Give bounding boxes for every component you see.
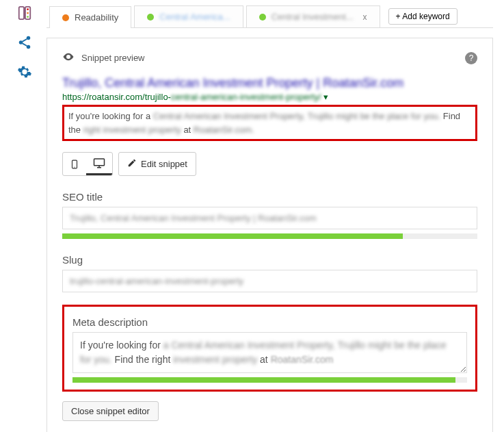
svg-rect-0 — [19, 7, 24, 19]
svg-point-5 — [27, 36, 31, 40]
meta-description-label: Meta description — [72, 316, 467, 328]
svg-point-3 — [27, 12, 29, 14]
status-dot-icon — [62, 14, 69, 21]
status-dot-icon — [147, 14, 154, 21]
snippet-title: Trujillo, Central American Investment Pr… — [62, 76, 477, 90]
slug-input[interactable]: trujillo-central-american-investment-pro… — [62, 270, 477, 292]
share-icon[interactable] — [17, 35, 32, 52]
svg-rect-11 — [94, 159, 105, 166]
svg-point-7 — [27, 45, 31, 49]
tab-label: Central Investment... — [271, 12, 354, 22]
meta-description-bar — [72, 377, 467, 383]
snippet-url: https://roatansir.com/trujillo-central-a… — [62, 92, 477, 102]
desktop-view-button[interactable] — [86, 153, 112, 175]
snippet-panel: Snippet preview ? Trujillo, Central Amer… — [47, 38, 493, 432]
edit-snippet-label: Edit snippet — [141, 159, 187, 169]
svg-point-6 — [19, 40, 23, 45]
eye-icon — [62, 51, 75, 65]
tab-readability[interactable]: Readability — [49, 6, 131, 28]
mobile-view-button[interactable] — [63, 153, 86, 175]
traffic-light-icon[interactable] — [17, 5, 32, 23]
seo-title-label: SEO title — [62, 191, 477, 203]
tab-label: Readability — [75, 12, 118, 23]
snippet-heading: Snippet preview — [81, 53, 145, 63]
tab-keyword-2[interactable]: Central Investment... x — [246, 5, 380, 27]
seo-title-bar — [62, 233, 477, 239]
close-icon[interactable]: x — [359, 12, 367, 22]
svg-point-4 — [27, 16, 29, 18]
svg-point-10 — [74, 166, 75, 167]
help-icon[interactable]: ? — [465, 52, 477, 64]
gear-icon[interactable] — [17, 64, 32, 81]
device-toggle — [62, 152, 113, 176]
pencil-icon — [127, 158, 137, 170]
edit-snippet-button[interactable]: Edit snippet — [118, 152, 196, 176]
highlight-box-meta: Meta description If you're looking for a… — [62, 305, 477, 392]
seo-title-input[interactable]: Trujillo, Central American Investment Pr… — [62, 207, 477, 229]
meta-description-input[interactable]: If you're looking for a Central American… — [72, 332, 467, 373]
highlight-box-description: If you're looking for a Central American… — [62, 105, 477, 141]
add-keyword-button[interactable]: + Add keyword — [388, 8, 457, 25]
tab-label: Central America... — [159, 12, 230, 22]
status-dot-icon — [259, 14, 266, 21]
snippet-description: If you're looking for a Central American… — [68, 110, 471, 136]
svg-point-8 — [68, 56, 70, 58]
tab-keyword-1[interactable]: Central America... — [134, 5, 243, 27]
close-snippet-button[interactable]: Close snippet editor — [62, 401, 159, 421]
tabs: Readability Central America... Central I… — [47, 5, 493, 28]
svg-point-2 — [27, 8, 29, 10]
slug-label: Slug — [62, 254, 477, 266]
sidebar — [0, 0, 41, 432]
